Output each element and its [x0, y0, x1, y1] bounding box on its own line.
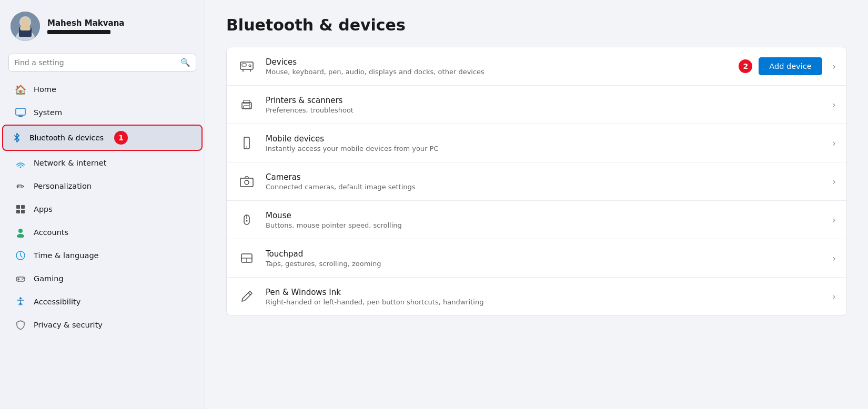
mobile-subtitle: Instantly access your mobile devices fro…	[266, 145, 819, 152]
bluetooth-icon	[12, 132, 22, 144]
nav-label-bluetooth: Bluetooth & devices	[29, 134, 104, 142]
devices-chevron: ›	[833, 62, 836, 71]
mobile-text: Mobile devices Instantly access your mob…	[266, 134, 819, 152]
search-box[interactable]: 🔍	[8, 54, 196, 71]
profile-info: Mahesh Makvana	[47, 18, 124, 34]
svg-point-28	[246, 147, 247, 148]
svg-rect-12	[21, 210, 25, 213]
accounts-icon	[15, 227, 26, 238]
touchpad-title: Touchpad	[266, 249, 819, 259]
nav-item-gaming[interactable]: Gaming	[4, 268, 200, 290]
time-icon	[15, 250, 26, 261]
nav-label-time: Time & language	[34, 251, 99, 260]
accessibility-icon	[15, 296, 26, 308]
nav-item-home[interactable]: 🏠 Home	[4, 78, 200, 100]
mobile-icon	[237, 134, 256, 152]
devices-icon	[237, 57, 256, 76]
nav-label-system: System	[34, 108, 62, 117]
cameras-icon	[237, 172, 256, 191]
settings-item-mobile[interactable]: Mobile devices Instantly access your mob…	[227, 124, 846, 162]
nav-item-accounts[interactable]: Accounts	[4, 221, 200, 243]
avatar	[11, 12, 40, 41]
settings-item-pen[interactable]: Pen & Windows Ink Right-handed or left-h…	[227, 278, 846, 315]
svg-rect-25	[244, 106, 250, 108]
profile-section[interactable]: Mahesh Makvana	[0, 0, 205, 50]
nav-label-gaming: Gaming	[34, 274, 64, 283]
svg-rect-24	[244, 100, 250, 104]
mouse-title: Mouse	[266, 211, 819, 220]
svg-rect-9	[16, 205, 20, 209]
search-input[interactable]	[14, 58, 176, 67]
profile-name: Mahesh Makvana	[47, 18, 124, 28]
gaming-icon	[15, 273, 26, 284]
printers-text: Printers & scanners Preferences, trouble…	[266, 96, 819, 114]
pen-icon	[237, 287, 256, 306]
privacy-icon	[15, 319, 26, 331]
svg-point-14	[17, 234, 24, 238]
cameras-text: Cameras Connected cameras, default image…	[266, 172, 819, 191]
svg-rect-21	[242, 64, 246, 66]
pen-text: Pen & Windows Ink Right-handed or left-h…	[266, 288, 819, 306]
touchpad-chevron: ›	[833, 253, 836, 263]
svg-rect-5	[20, 26, 31, 30]
network-icon	[15, 157, 26, 169]
page-title: Bluetooth & devices	[226, 16, 847, 34]
mouse-icon	[237, 210, 256, 229]
pen-subtitle: Right-handed or left-handed, pen button …	[266, 298, 819, 306]
cameras-subtitle: Connected cameras, default image setting…	[266, 183, 819, 191]
devices-text: Devices Mouse, keyboard, pen, audio, dis…	[266, 57, 729, 76]
home-icon: 🏠	[15, 84, 26, 95]
devices-actions: 2 Add device ›	[739, 57, 836, 75]
cameras-chevron: ›	[833, 177, 836, 187]
printers-icon	[237, 95, 256, 114]
apps-icon	[15, 203, 26, 215]
profile-bar	[47, 30, 110, 34]
svg-point-32	[246, 220, 248, 222]
svg-point-8	[20, 167, 22, 168]
settings-list: Devices Mouse, keyboard, pen, audio, dis…	[226, 47, 847, 316]
svg-rect-6	[16, 108, 25, 115]
nav-item-system[interactable]: System	[4, 101, 200, 124]
system-icon	[15, 107, 26, 118]
mobile-title: Mobile devices	[266, 134, 819, 144]
settings-item-cameras[interactable]: Cameras Connected cameras, default image…	[227, 162, 846, 201]
pen-title: Pen & Windows Ink	[266, 288, 819, 297]
nav-label-accessibility: Accessibility	[34, 298, 80, 306]
nav-item-accessibility[interactable]: Accessibility	[4, 291, 200, 313]
svg-point-18	[23, 278, 24, 279]
nav-label-privacy: Privacy & security	[34, 321, 103, 329]
mouse-text: Mouse Buttons, mouse pointer speed, scro…	[266, 211, 819, 229]
add-device-button[interactable]: Add device	[759, 57, 822, 75]
svg-rect-29	[240, 178, 253, 187]
personalization-icon: ✏️	[15, 180, 26, 192]
mouse-subtitle: Buttons, mouse pointer speed, scrolling	[266, 221, 819, 229]
add-device-badge: 2	[739, 59, 752, 73]
svg-point-22	[249, 65, 251, 67]
nav-item-network[interactable]: Network & internet	[4, 152, 200, 174]
svg-point-19	[19, 298, 22, 300]
printers-title: Printers & scanners	[266, 96, 819, 105]
main-content: Bluetooth & devices Devices Mouse, keybo…	[205, 0, 868, 409]
svg-point-30	[245, 180, 249, 185]
search-icon: 🔍	[180, 58, 190, 67]
devices-title: Devices	[266, 57, 729, 67]
nav-item-apps[interactable]: Apps	[4, 198, 200, 220]
svg-point-17	[22, 279, 23, 280]
settings-item-printers[interactable]: Printers & scanners Preferences, trouble…	[227, 86, 846, 124]
settings-item-mouse[interactable]: Mouse Buttons, mouse pointer speed, scro…	[227, 201, 846, 239]
svg-rect-11	[16, 210, 20, 213]
svg-rect-7	[18, 116, 23, 117]
nav-item-privacy[interactable]: Privacy & security	[4, 314, 200, 336]
nav-badge-bluetooth: 1	[114, 131, 128, 145]
nav-item-personalization[interactable]: ✏️ Personalization	[4, 175, 200, 197]
nav-label-apps: Apps	[34, 205, 53, 213]
nav-item-bluetooth[interactable]: Bluetooth & devices 1	[2, 125, 203, 151]
settings-item-devices[interactable]: Devices Mouse, keyboard, pen, audio, dis…	[227, 47, 846, 86]
svg-point-3	[21, 17, 30, 27]
svg-point-13	[18, 229, 23, 233]
nav-label-home: Home	[34, 85, 56, 94]
settings-item-touchpad[interactable]: Touchpad Taps, gestures, scrolling, zoom…	[227, 239, 846, 278]
sidebar: Mahesh Makvana 🔍 🏠 Home System Bluetooth…	[0, 0, 205, 409]
nav-item-time[interactable]: Time & language	[4, 244, 200, 267]
printers-subtitle: Preferences, troubleshoot	[266, 106, 819, 114]
